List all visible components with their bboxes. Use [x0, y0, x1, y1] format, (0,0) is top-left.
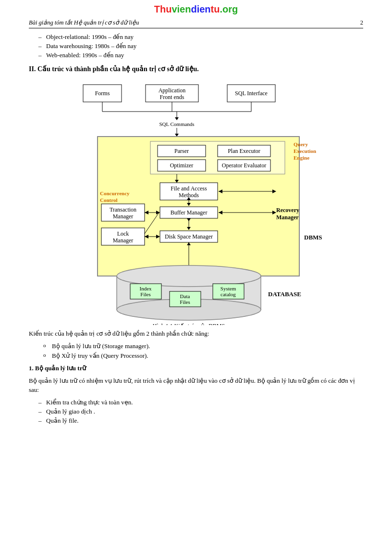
svg-text:SQL Interface: SQL Interface — [235, 90, 268, 97]
svg-text:Files: Files — [140, 291, 150, 297]
svg-text:Hình 1.1 Kiến trúc của DBMS: Hình 1.1 Kiến trúc của DBMS — [153, 323, 225, 325]
diagram-wrapper: Forms Application Front ends SQL Interfa… — [29, 80, 363, 325]
svg-text:Forms: Forms — [95, 90, 110, 97]
logo-org: .org — [220, 4, 238, 14]
svg-text:Parser: Parser — [174, 148, 189, 154]
svg-text:Plan Executor: Plan Executor — [228, 148, 260, 154]
header-title: Bài giảng tóm tắt Hệ quản trị cơ sở dữ l… — [29, 19, 139, 26]
logo-vien: vien — [172, 4, 191, 14]
svg-text:SQL Commands: SQL Commands — [159, 121, 194, 127]
page-number: 2 — [360, 19, 363, 26]
svg-text:Manager: Manager — [113, 213, 134, 220]
svg-text:DBMS: DBMS — [304, 234, 322, 241]
logo-bar: Thuviendientu.org — [29, 0, 363, 17]
svg-text:Application: Application — [159, 87, 186, 94]
svg-text:Optimizer: Optimizer — [170, 162, 194, 169]
svg-text:catalog: catalog — [220, 291, 236, 297]
svg-text:Execution: Execution — [294, 148, 316, 154]
list-item: Quản lý giao dịch . — [38, 408, 363, 415]
logo-thu: Thu — [154, 4, 172, 14]
svg-marker-12 — [175, 117, 179, 120]
svg-text:DATABASE: DATABASE — [268, 290, 301, 298]
svg-text:Manager: Manager — [113, 237, 134, 244]
page: Thuviendientu.org Bài giảng tóm tắt Hệ q… — [0, 0, 392, 540]
section2-heading: II. Cấu trúc và thành phần của hệ quản t… — [29, 65, 363, 73]
svg-text:File and Access: File and Access — [171, 185, 207, 192]
list-item: Kiểm tra chứng thực và toàn vẹn. — [38, 399, 363, 406]
svg-text:Operator Evaluator: Operator Evaluator — [222, 162, 266, 169]
subsection1-heading: 1. Bộ quản lý lưu trữ — [29, 364, 363, 372]
list-item: Bộ Xử lý truy vấn (Query Processor). — [43, 352, 363, 360]
svg-text:Control: Control — [100, 197, 117, 203]
logo-tu: tu — [211, 4, 220, 14]
svg-text:Buffer Manager: Buffer Manager — [171, 209, 208, 216]
list-item: Quản lý file. — [38, 417, 363, 425]
page-header: Bài giảng tóm tắt Hệ quản trị cơ sở dữ l… — [29, 19, 363, 28]
svg-text:Front ends: Front ends — [160, 94, 184, 100]
svg-text:Recovery: Recovery — [276, 207, 299, 213]
svg-text:Transaction: Transaction — [110, 206, 136, 213]
storage-list: Kiểm tra chứng thực và toàn vẹn. Quản lý… — [29, 399, 363, 425]
svg-text:Index: Index — [139, 286, 152, 291]
svg-text:Files: Files — [180, 299, 190, 305]
subsection1-body: Bộ quản lý lưu trữ có nhiệm vụ lưu trữ, … — [29, 376, 363, 395]
svg-text:Concurrency: Concurrency — [100, 190, 130, 196]
list-item: Bộ quản lý lưu trữ (Storage manager). — [43, 342, 363, 350]
list-item: Web-enabled: 1990s – đến nay — [38, 51, 363, 59]
svg-text:System: System — [220, 286, 236, 291]
svg-text:Engine: Engine — [294, 155, 309, 161]
svg-text:Disk Space Manager: Disk Space Manager — [165, 233, 213, 240]
intro-list: Object-relational: 1990s – đến nay Data … — [29, 33, 363, 59]
svg-text:Lock: Lock — [117, 230, 129, 237]
list-item: Data warehousing: 1980s – đến nay — [38, 42, 363, 50]
logo: Thuviendientu.org — [154, 4, 238, 14]
svg-text:Manager: Manager — [276, 214, 299, 221]
svg-text:Data: Data — [180, 293, 190, 299]
svg-text:Query: Query — [294, 141, 308, 147]
body1: Kiến trúc của hệ quản trị cơ sở dữ liệu … — [29, 329, 363, 339]
logo-dien: dien — [191, 4, 210, 14]
dbms-diagram: Forms Application Front ends SQL Interfa… — [54, 80, 338, 325]
func-list: Bộ quản lý lưu trữ (Storage manager). Bộ… — [29, 342, 363, 360]
svg-point-72 — [117, 265, 261, 287]
list-item: Object-relational: 1990s – đến nay — [38, 33, 363, 41]
